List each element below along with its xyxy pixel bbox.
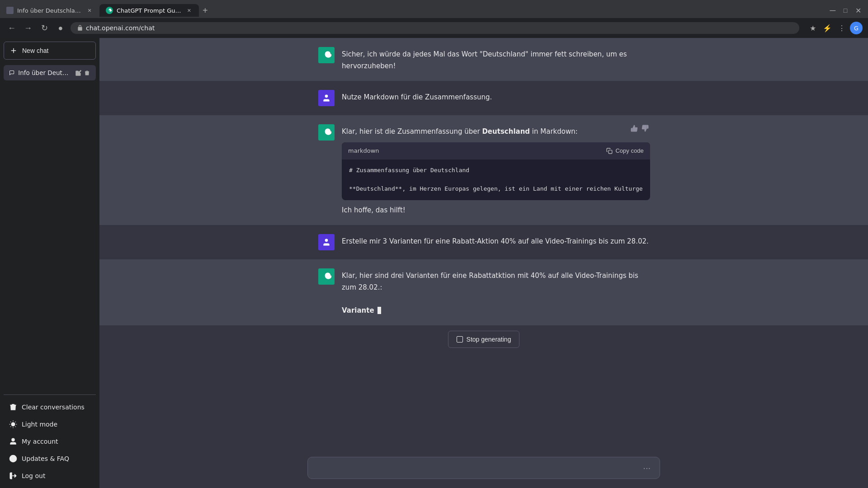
delete-icon[interactable] bbox=[84, 70, 90, 76]
svg-line-9 bbox=[10, 427, 11, 427]
msg2-text-bottom: Ich hoffe, das hilft! bbox=[342, 206, 406, 214]
code-header: markdown Copy code bbox=[342, 142, 650, 160]
message-content-4: Klar, hier sind drei Varianten für eine … bbox=[342, 268, 649, 316]
code-body: # Zusammenfassung über Deutschland **Deu… bbox=[342, 160, 650, 200]
msg2-text-before: Klar, hier ist die Zusammenfassung über bbox=[342, 127, 482, 136]
light-mode-label: Light mode bbox=[22, 421, 57, 428]
forward-button[interactable]: → bbox=[22, 22, 34, 34]
copy-icon bbox=[606, 148, 613, 154]
browser-action-buttons: ★ ⚡ ⋮ G bbox=[807, 22, 863, 34]
address-bar[interactable]: chat.openai.com/chat bbox=[71, 22, 799, 34]
stop-area: Stop generating bbox=[99, 325, 868, 353]
more-button[interactable]: ⋮ bbox=[835, 22, 848, 34]
sidebar: New chat Info über Deutschland. Clear co… bbox=[0, 38, 99, 488]
message-inner-4: Klar, hier sind drei Varianten für eine … bbox=[307, 268, 660, 316]
sidebar-item-logout[interactable]: Log out bbox=[4, 467, 96, 484]
close-tab-1-icon[interactable]: ✕ bbox=[86, 7, 93, 14]
chat-icon bbox=[9, 69, 14, 76]
address-text: chat.openai.com/chat bbox=[86, 24, 155, 32]
msg3-text: Erstelle mir 3 Varianten für eine Rabatt… bbox=[342, 237, 649, 245]
sidebar-item-my-account[interactable]: My account bbox=[4, 433, 96, 450]
my-account-label: My account bbox=[22, 438, 58, 445]
message-inner-partial: Sicher, ich würde da jedes Mal das Wort … bbox=[307, 47, 660, 72]
message-content-1: Nutze Markdown für die Zusammenfassung. bbox=[342, 90, 649, 106]
updates-label: Updates & FAQ bbox=[22, 455, 69, 462]
browser-tab-2[interactable]: ChatGPT Prompt Guide ✕ bbox=[99, 4, 199, 17]
plus-icon bbox=[9, 47, 18, 55]
sidebar-bottom: Clear conversations Light mode My accoun… bbox=[4, 394, 96, 484]
trash-icon bbox=[9, 403, 17, 411]
msg4-text-1: Klar, hier sind drei Varianten für eine … bbox=[342, 272, 638, 291]
message-row-partial: Sicher, ich würde da jedes Mal das Wort … bbox=[99, 38, 868, 81]
clear-label: Clear conversations bbox=[22, 404, 85, 411]
stop-icon bbox=[457, 336, 463, 343]
conv-actions bbox=[75, 70, 90, 76]
svg-point-2 bbox=[11, 422, 15, 426]
back-button[interactable]: ← bbox=[5, 22, 18, 34]
typing-cursor bbox=[377, 307, 381, 314]
svg-line-10 bbox=[15, 422, 16, 422]
sun-icon bbox=[9, 420, 17, 428]
tab-bar: Info über Deutschland. ✕ ChatGPT Prompt … bbox=[0, 0, 868, 18]
message-content-2: Klar, hier ist die Zusammenfassung über … bbox=[342, 124, 650, 216]
svg-line-6 bbox=[15, 427, 16, 427]
info-icon bbox=[9, 455, 17, 463]
new-chat-button[interactable]: New chat bbox=[4, 42, 96, 60]
sidebar-item-conversation-1[interactable]: Info über Deutschland. bbox=[4, 65, 96, 80]
message-inner-1: Nutze Markdown für die Zusammenfassung. bbox=[307, 90, 660, 106]
code-lang-label: markdown bbox=[348, 146, 379, 156]
sidebar-item-updates[interactable]: Updates & FAQ bbox=[4, 450, 96, 467]
input-area: ··· bbox=[99, 451, 868, 488]
lock-icon bbox=[77, 25, 83, 31]
thumbs-up-icon[interactable] bbox=[630, 124, 638, 132]
message-content-partial: Sicher, ich würde da jedes Mal das Wort … bbox=[342, 47, 649, 72]
tab-2-title: ChatGPT Prompt Guide bbox=[117, 7, 182, 14]
message-row-2: Klar, hier ist die Zusammenfassung über … bbox=[99, 115, 868, 225]
chat-input[interactable] bbox=[314, 463, 640, 473]
user-icon bbox=[9, 437, 17, 446]
logout-label: Log out bbox=[22, 472, 45, 479]
message-inner-3: Erstelle mir 3 Varianten für eine Rabatt… bbox=[307, 234, 660, 250]
extensions-button[interactable]: ⚡ bbox=[821, 22, 834, 34]
msg2-text-after: in Markdown: bbox=[530, 127, 578, 136]
gpt-avatar-partial bbox=[318, 47, 335, 63]
thumbs-down-icon[interactable] bbox=[641, 124, 649, 132]
close-window-button[interactable]: ✕ bbox=[852, 4, 864, 17]
reload-button[interactable]: ↻ bbox=[38, 22, 51, 34]
feedback-icons-2 bbox=[630, 124, 649, 132]
svg-point-16 bbox=[325, 95, 328, 98]
input-dots-button[interactable]: ··· bbox=[640, 463, 653, 473]
bookmark-button[interactable]: ★ bbox=[807, 22, 819, 34]
tab-1-title: Info über Deutschland. bbox=[17, 7, 82, 14]
input-box: ··· bbox=[307, 457, 660, 479]
home-button[interactable]: ● bbox=[54, 22, 67, 34]
message-row-1: Nutze Markdown für die Zusammenfassung. bbox=[99, 81, 868, 115]
code-block: markdown Copy code # Zusammenfassung übe… bbox=[342, 142, 650, 200]
gpt-avatar-4 bbox=[318, 268, 335, 285]
msg4-text-2: Variante bbox=[342, 306, 377, 314]
svg-point-11 bbox=[12, 438, 14, 441]
message-row-4: Klar, hier sind drei Varianten für eine … bbox=[99, 259, 868, 325]
stop-label: Stop generating bbox=[467, 336, 511, 343]
main-content: Sicher, ich würde da jedes Mal das Wort … bbox=[99, 38, 868, 488]
copy-code-label: Copy code bbox=[615, 147, 643, 154]
svg-line-5 bbox=[10, 422, 11, 422]
message-row-3: Erstelle mir 3 Varianten für eine Rabatt… bbox=[99, 225, 868, 259]
maximize-button[interactable]: □ bbox=[839, 4, 852, 17]
stop-generating-button[interactable]: Stop generating bbox=[448, 331, 520, 348]
gpt-avatar-2 bbox=[318, 124, 335, 141]
address-bar-row: ← → ↻ ● chat.openai.com/chat ★ ⚡ ⋮ G bbox=[0, 18, 868, 38]
profile-button[interactable]: G bbox=[850, 22, 863, 34]
edit-icon[interactable] bbox=[75, 70, 82, 76]
sidebar-item-clear[interactable]: Clear conversations bbox=[4, 399, 96, 416]
close-tab-2-icon[interactable]: ✕ bbox=[186, 7, 193, 14]
new-tab-button[interactable]: + bbox=[199, 5, 212, 16]
browser-tab-1[interactable]: Info über Deutschland. ✕ bbox=[0, 4, 99, 17]
user-avatar-3 bbox=[318, 234, 335, 250]
msg1-text: Nutze Markdown für die Zusammenfassung. bbox=[342, 93, 492, 101]
minimize-button[interactable]: ─ bbox=[826, 4, 839, 17]
copy-code-button[interactable]: Copy code bbox=[606, 147, 643, 154]
message-inner-2: Klar, hier ist die Zusammenfassung über … bbox=[307, 124, 660, 216]
sidebar-item-light-mode[interactable]: Light mode bbox=[4, 416, 96, 433]
user-avatar-1 bbox=[318, 90, 335, 106]
